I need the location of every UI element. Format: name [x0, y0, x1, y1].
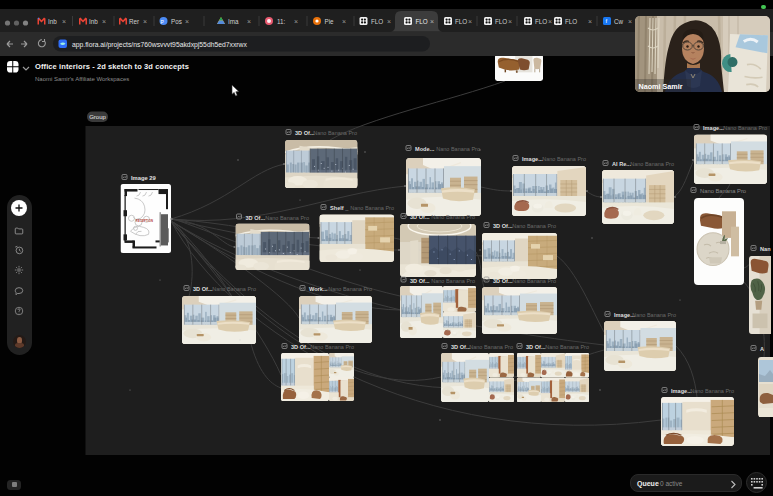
svg-text:Nano Banana Pro: Nano Banana Pro [313, 130, 357, 136]
svg-text:3D Of...: 3D Of... [291, 344, 311, 350]
svg-text:Nano Banana Pro: Nano Banana Pro [700, 188, 746, 194]
svg-text:Nano Banana Pro: Nano Banana Pro [212, 286, 256, 292]
svg-text:A: A [760, 346, 764, 352]
svg-text:Nano Banana Pro: Nano Banana Pro [542, 156, 586, 162]
svg-text:AI Re...: AI Re... [612, 161, 631, 167]
svg-text:Image 29: Image 29 [131, 175, 157, 181]
svg-text:FLO: FLO [416, 18, 428, 25]
svg-text:Nano Banana Pro: Nano Banana Pro [431, 214, 475, 220]
svg-text:3D Of...: 3D Of... [410, 278, 430, 284]
svg-text:Nano Banana Pro: Nano Banana Pro [723, 125, 767, 131]
svg-text:FLO: FLO [535, 18, 547, 25]
svg-text:×: × [430, 18, 434, 25]
svg-text:Nano Banana Pro: Nano Banana Pro [632, 312, 676, 318]
svg-text:Naomi Samir: Naomi Samir [639, 82, 683, 91]
svg-text:Mode...: Mode... [415, 146, 435, 152]
svg-text:Nano Banana Pro: Nano Banana Pro [310, 344, 354, 350]
svg-text:3D Of...: 3D Of... [295, 130, 315, 136]
svg-text:Nano Banana Pro: Nano Banana Pro [630, 161, 674, 167]
svg-text:×: × [294, 18, 298, 25]
svg-text:Work...: Work... [309, 286, 328, 292]
svg-text:3D Of...: 3D Of... [451, 344, 471, 350]
svg-text:Nano Banana Pro: Nano Banana Pro [545, 344, 589, 350]
svg-text:Nano Banana Pro: Nano Banana Pro [265, 215, 309, 221]
svg-text:Nan: Nan [760, 246, 771, 252]
svg-text:3D Of...: 3D Of... [526, 344, 546, 350]
svg-text:×: × [102, 18, 106, 25]
svg-text:Nano Banana Pro: Nano Banana Pro [436, 146, 480, 152]
svg-text:app.flora.ai/projects/ns760wsv: app.flora.ai/projects/ns760wsvvvt95akdxp… [72, 41, 248, 49]
svg-text:×: × [185, 18, 189, 25]
svg-text:Image...: Image... [522, 156, 543, 162]
svg-text:Nano Banana Pro: Nano Banana Pro [328, 286, 372, 292]
svg-text:Inb: Inb [48, 18, 57, 25]
svg-text:×: × [247, 18, 251, 25]
svg-text:FLO: FLO [565, 18, 577, 25]
svg-text:×: × [548, 18, 552, 25]
svg-text:×: × [62, 18, 66, 25]
svg-text:Shelf _: Shelf _ [330, 205, 349, 211]
svg-text:×: × [628, 18, 632, 25]
svg-text:Inb: Inb [89, 18, 98, 25]
svg-text:Nano Banana Pro: Nano Banana Pro [512, 278, 556, 284]
svg-text:Pie: Pie [325, 18, 335, 25]
svg-text:Nano Banana Pro: Nano Banana Pro [431, 278, 475, 284]
svg-text:Pos: Pos [171, 18, 182, 25]
svg-text:FLO: FLO [495, 18, 507, 25]
svg-text:×: × [588, 18, 592, 25]
svg-text:Cw: Cw [614, 18, 624, 25]
svg-text:Group: Group [89, 114, 106, 120]
svg-text:FLO: FLO [371, 18, 383, 25]
svg-text:×: × [143, 18, 147, 25]
svg-text:Nano Banana Pro: Nano Banana Pro [350, 205, 394, 211]
svg-text:×: × [387, 18, 391, 25]
svg-text:Nano Banana Pro: Nano Banana Pro [690, 388, 734, 394]
svg-text:Image...: Image... [703, 125, 724, 131]
svg-text:3D Of...: 3D Of... [493, 278, 513, 284]
svg-text:11:: 11: [277, 18, 286, 25]
svg-text:Ima: Ima [228, 18, 239, 25]
svg-text:Rer: Rer [129, 18, 139, 25]
svg-text:Nano Banana Pro: Nano Banana Pro [469, 344, 513, 350]
svg-text:×: × [342, 18, 346, 25]
svg-text:FLO: FLO [455, 18, 467, 25]
svg-text:3D Of...: 3D Of... [493, 223, 513, 229]
svg-text:×: × [468, 18, 472, 25]
svg-text:3D Of...: 3D Of... [193, 286, 213, 292]
svg-text:3D Of...: 3D Of... [410, 214, 430, 220]
svg-text:Nano Banana Pro: Nano Banana Pro [512, 223, 556, 229]
svg-text:×: × [508, 18, 512, 25]
svg-text:Image...: Image... [671, 388, 692, 394]
svg-text:3D Of...: 3D Of... [246, 215, 266, 221]
